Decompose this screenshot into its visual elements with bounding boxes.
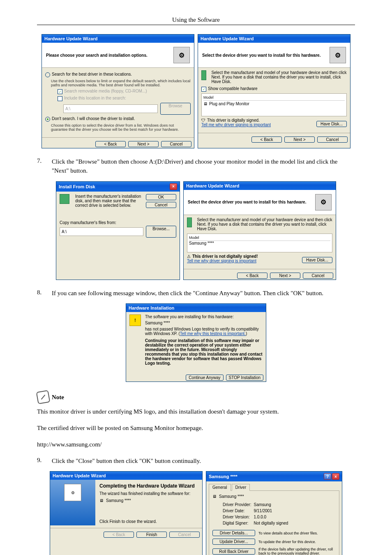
dialog-title: Samsung **** ? × (206, 472, 342, 481)
model-item[interactable]: Samsung **** (189, 241, 330, 245)
hw-install-l3: has not passed Windows Logo testing to v… (145, 327, 263, 336)
dialog-title: Hardware Update Wizard (42, 35, 194, 43)
lbl-date: Driver Date: (222, 508, 251, 513)
radio-search-best[interactable]: Search for the best driver in these loca… (45, 72, 191, 77)
step-8: 8. If you can see following message wind… (37, 289, 355, 298)
wizard-complete-desc: The wizard has finished installing the s… (99, 491, 199, 496)
screenshot-row-1: Hardware Update Wizard Please choose you… (37, 34, 355, 148)
step-number: 7. (37, 157, 45, 176)
next-button[interactable]: Next > (284, 136, 315, 143)
browse-button[interactable]: Browse... (146, 226, 176, 238)
help-icon[interactable]: ? (324, 473, 331, 480)
cancel-button[interactable]: Cancel (146, 202, 176, 208)
note-label: Note (52, 394, 64, 401)
unsigned-row: ⚠ This driver is not digitally signed! (187, 254, 258, 259)
close-icon[interactable]: × (170, 183, 177, 190)
step-number: 8. (37, 289, 45, 298)
lbl-signer: Digital Signer: (222, 520, 251, 526)
have-disk-button[interactable]: Have Disk... (316, 121, 347, 127)
signed-row: 🛡 This driver is digitally signed. (201, 118, 271, 123)
model-header: Model (189, 236, 330, 241)
wizard-complete-hdr: Completing the Hardware Update Wizard (99, 483, 199, 489)
note-url: http://www.samsung.com/ (37, 440, 355, 449)
floppy-icon (201, 70, 206, 80)
why-signing-link[interactable]: Tell me why driver signing is important (201, 123, 271, 127)
dialog-completing-wizard: Hardware Update Wizard ⚙ Completing the … (50, 471, 203, 555)
cancel-button[interactable]: Cancel (303, 273, 333, 279)
close-icon[interactable]: × (332, 473, 339, 480)
radio-dont-search-desc: Choose this option to select the device … (51, 123, 191, 132)
why-testing-link[interactable]: Tell me why this testing is important. (180, 331, 246, 336)
wizard-complete-dev: Samsung **** (106, 498, 131, 503)
chk-removable: ✓Search removable media (floppy, CD-ROM.… (58, 89, 191, 94)
screenshot-row-4: Hardware Update Wizard ⚙ Completing the … (37, 471, 355, 555)
next-button[interactable]: Next > (128, 141, 159, 147)
path-row: A:\ Browse (63, 103, 191, 115)
next-button[interactable]: Next > (270, 273, 300, 279)
wizard-header: Select the device driver you want to ins… (198, 43, 350, 68)
wizard-complete-fin: Click Finish to close the wizard. (99, 519, 199, 524)
have-disk-button[interactable]: Have Disk... (302, 257, 332, 263)
copy-path-field[interactable]: A:\ (60, 227, 143, 236)
driver-details-desc: To view details about the driver files. (258, 531, 336, 535)
val-date: 9/11/2001 (253, 508, 288, 513)
monitor-icon: 🖥 (212, 494, 217, 499)
radio-dont-search[interactable]: Don't search. I will choose the driver t… (45, 116, 191, 122)
note-p1: This monitor driver is under certifying … (37, 407, 355, 416)
step-text: Click the "Close" button then click "OK"… (52, 457, 355, 466)
wizard-header-text: Select the device driver you want to ins… (188, 200, 306, 204)
cancel-button[interactable]: Cancel (161, 141, 191, 147)
tab-general[interactable]: General (209, 484, 231, 491)
hw-install-l1: The software you are installing for this… (145, 314, 263, 319)
step-text: If you can see following message window,… (52, 289, 355, 298)
page-title: Using the Software (37, 16, 355, 23)
rollback-driver-button[interactable]: Roll Back Driver (212, 548, 255, 555)
wizard-header: Select the device driver you want to ins… (184, 190, 336, 215)
back-button[interactable]: < Back (95, 141, 126, 147)
monitor-icon: 🖥 (203, 102, 208, 106)
dialog-hardware-installation: Hardware Installation ! The software you… (126, 303, 266, 382)
wizard-icon: ⚙ (173, 47, 190, 63)
note-p2: The certified driver will be posted on S… (37, 424, 355, 433)
back-button[interactable]: < Back (237, 273, 267, 279)
stop-installation-button[interactable]: STOP Installation (226, 375, 263, 381)
monitor-icon: 🖥 (99, 498, 104, 503)
dialog-title: Hardware Update Wizard (198, 35, 350, 43)
val-version: 1.0.0.0 (253, 514, 288, 520)
dialog-select-driver-1: Hardware Update Wizard Select the device… (198, 34, 350, 148)
ok-button[interactable]: OK (146, 194, 176, 200)
continue-anyway-button[interactable]: Continue Anyway (186, 375, 223, 381)
cancel-button[interactable]: Cancel (317, 136, 348, 143)
back-button[interactable]: < Back (251, 136, 282, 143)
step-7: 7. Click the "Browse" button then choose… (37, 157, 355, 176)
val-signer: Not digitally signed (253, 520, 288, 526)
header-rule (37, 25, 355, 25)
dialog-title: Install From Disk × (56, 182, 180, 192)
tab-driver[interactable]: Driver (232, 484, 250, 491)
finish-button[interactable]: Finish (136, 532, 167, 538)
hw-install-l4: Continuing your installation of this sof… (145, 338, 263, 365)
warning-icon: ! (129, 314, 141, 326)
props-device-name: Samsung **** (219, 494, 244, 499)
why-signing-link[interactable]: Tell me why driver signing is important (187, 259, 258, 263)
wizard-header-text: Select the device driver you want to ins… (202, 53, 321, 58)
driver-details-button[interactable]: Driver Details... (212, 530, 255, 536)
model-header: Model (203, 95, 345, 101)
wizard-banner: ⚙ (50, 480, 95, 525)
back-button: < Back (104, 532, 134, 538)
note-heading-row: Note (37, 391, 355, 403)
dialog-install-from-disk: Install From Disk × Insert the manufactu… (56, 181, 180, 280)
dialog-select-driver-2: Hardware Update Wizard Select the device… (183, 181, 336, 280)
floppy-icon (60, 194, 69, 204)
step-9: 9. Click the "Close" button then click "… (37, 457, 355, 466)
select-driver-desc: Select the manufacturer and model of you… (211, 70, 347, 84)
model-item[interactable]: 🖥 Plug and Play Monitor (203, 102, 345, 106)
update-driver-button[interactable]: Update Driver... (212, 539, 255, 545)
path-field: A:\ (63, 104, 158, 113)
wizard-icon: ⚙ (330, 47, 346, 63)
warning-icon: ⚠ (187, 254, 191, 259)
dialog-driver-properties: Samsung **** ? × General Driver 🖥 Samsun… (206, 471, 342, 555)
copy-from-label: Copy manufacturer's files from: (60, 220, 176, 225)
select-driver-desc: Select the manufacturer and model of you… (197, 217, 332, 231)
chk-compatible[interactable]: ✓Show compatible hardware (201, 86, 347, 92)
